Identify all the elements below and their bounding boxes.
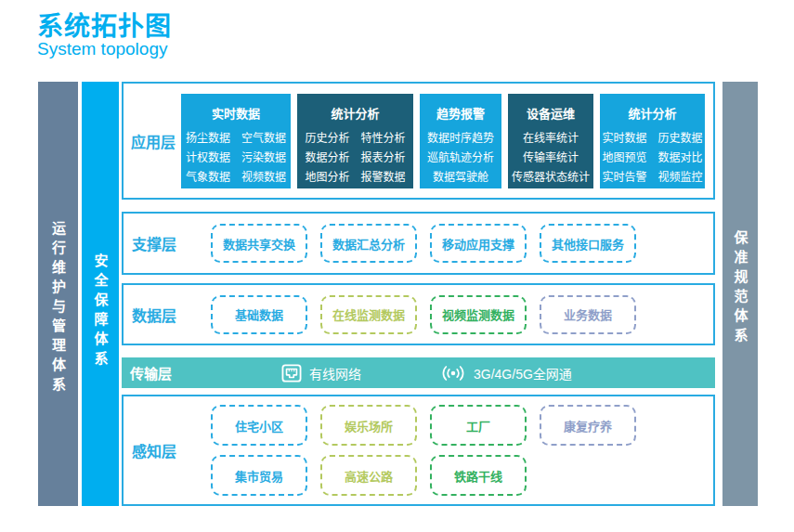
app-column-item: 历史数据 [658, 129, 703, 149]
app-column-rows: 历史分析特性分析数据分析报表分析地图分析报警数据 [297, 129, 413, 188]
app-column: 统计分析历史分析特性分析数据分析报表分析地图分析报警数据 [297, 94, 413, 188]
support-item: 其他接口服务 [540, 224, 636, 263]
side-bar-security: 安全保障体系 [82, 82, 119, 506]
app-column-row: 地图分析报警数据 [297, 168, 413, 188]
perception-layer-panel: 感知层 住宅小区娱乐场所工厂康复疗养集市贸易高速公路铁路干线 [122, 395, 715, 506]
app-column-item: 气象数据 [186, 168, 230, 188]
data-item-label: 视频监测数据 [442, 305, 514, 323]
app-column-item: 数据分析 [305, 149, 349, 168]
data-item: 在线监测数据 [320, 295, 417, 334]
app-column-rows: 实时数据历史数据地图预览数据对比实时告警视频监控 [600, 129, 705, 188]
support-item: 移动应用支撑 [430, 224, 527, 263]
perception-row: 住宅小区娱乐场所工厂康复疗养 [211, 405, 636, 446]
support-layer-label: 支撑层 [124, 232, 211, 254]
transport-layer-label: 传输层 [122, 363, 192, 383]
perception-item-label: 住宅小区 [235, 417, 283, 435]
data-items: 基础数据在线监测数据视频监测数据业务数据 [211, 295, 636, 334]
page-subtitle: System topology [37, 39, 167, 59]
perception-layer-label: 感知层 [124, 439, 211, 461]
support-item: 数据共享交换 [211, 224, 307, 263]
support-item: 数据汇总分析 [320, 224, 417, 263]
app-column-item: 实时告警 [602, 168, 646, 188]
data-item: 业务数据 [540, 295, 636, 334]
data-layer-panel: 数据层 基础数据在线监测数据视频监测数据业务数据 [122, 283, 715, 345]
app-column-item: 数据驾驶舱 [433, 168, 488, 188]
app-column-row: 历史分析特性分析 [297, 129, 413, 149]
app-column-row: 数据时序趋势 [420, 129, 501, 149]
transport-layer-bar: 传输层 有线网络3G/4G/5G全网通 [122, 357, 715, 388]
data-item-label: 基础数据 [235, 305, 283, 323]
support-item-label: 其他接口服务 [552, 235, 624, 253]
perception-item-label: 铁路干线 [454, 467, 502, 485]
side-bar-middle-label: 安全保障体系 [94, 82, 108, 506]
perception-item: 高速公路 [320, 455, 417, 496]
app-column-row: 实时告警视频监控 [600, 168, 705, 188]
app-column-item: 传输率统计 [523, 149, 579, 168]
support-layer-panel: 支撑层 数据共享交换数据汇总分析移动应用支撑其他接口服务 [122, 212, 715, 275]
support-item-label: 数据汇总分析 [332, 235, 405, 253]
app-column-item: 巡航轨迹分析 [427, 149, 494, 168]
perception-item: 集市贸易 [211, 455, 307, 496]
app-column-item: 传感器状态统计 [512, 168, 590, 188]
perception-item: 娱乐场所 [320, 405, 417, 446]
app-column-header: 设备运维 [508, 94, 593, 122]
app-column: 趋势报警数据时序趋势巡航轨迹分析数据驾驶舱 [420, 94, 501, 188]
app-column-item: 特性分析 [361, 129, 406, 149]
app-column-header: 统计分析 [297, 94, 413, 122]
app-column-item: 空气数据 [241, 129, 286, 149]
app-column-item: 报警数据 [361, 168, 406, 188]
app-column-item: 计权数据 [186, 149, 230, 168]
side-bar-right-label: 保准规范体系 [734, 82, 748, 506]
data-item-label: 在线监测数据 [332, 305, 405, 323]
perception-item-label: 集市贸易 [235, 467, 283, 485]
side-bar-operation-maintenance: 运行维护与管理体系 [38, 82, 78, 506]
app-column-row: 巡航轨迹分析 [420, 149, 501, 168]
app-column-rows: 数据时序趋势巡航轨迹分析数据驾驶舱 [420, 129, 501, 188]
app-column-row: 实时数据历史数据 [600, 129, 705, 149]
data-item-label: 业务数据 [564, 305, 612, 323]
perception-item: 康复疗养 [540, 405, 636, 446]
app-column-item: 在线率统计 [523, 129, 579, 149]
app-column-row: 气象数据视频数据 [181, 168, 291, 188]
app-column-row: 在线率统计 [508, 129, 593, 149]
app-column-item: 视频监控 [658, 168, 703, 188]
perception-item-label: 高速公路 [345, 467, 393, 485]
transport-network-item: 有线网络 [281, 364, 361, 383]
perception-item-label: 娱乐场所 [345, 417, 393, 435]
support-item-label: 数据共享交换 [223, 235, 295, 253]
app-column-header: 统计分析 [600, 94, 705, 122]
app-column-item: 污染数据 [241, 149, 286, 168]
app-column-row: 地图预览数据对比 [600, 149, 705, 168]
app-column: 设备运维在线率统计传输率统计传感器状态统计 [508, 94, 593, 188]
data-item: 视频监测数据 [430, 295, 527, 334]
side-bar-standards: 保准规范体系 [722, 82, 758, 506]
transport-network-label: 有线网络 [309, 364, 361, 383]
app-column-item: 实时数据 [602, 129, 646, 149]
app-column-row: 传输率统计 [508, 149, 593, 168]
application-layer-label: 应用层 [124, 130, 181, 152]
support-item-label: 移动应用支撑 [442, 235, 514, 253]
page-title: 系统拓扑图 [37, 6, 172, 43]
app-column-item: 扬尘数据 [186, 129, 230, 149]
app-column-row: 数据分析报表分析 [297, 149, 413, 168]
app-column-item: 数据对比 [658, 149, 703, 168]
app-column-rows: 在线率统计传输率统计传感器状态统计 [508, 129, 593, 188]
app-column-item: 历史分析 [305, 129, 349, 149]
side-bar-left-label: 运行维护与管理体系 [51, 82, 65, 506]
app-column-item: 地图预览 [602, 149, 646, 168]
data-layer-label: 数据层 [124, 304, 211, 326]
perception-item: 工厂 [430, 405, 527, 446]
app-column-item: 报表分析 [361, 149, 406, 168]
app-column-item: 数据时序趋势 [427, 129, 494, 149]
perception-item: 铁路干线 [430, 455, 527, 496]
app-column-row: 扬尘数据空气数据 [181, 129, 291, 149]
perception-item: 住宅小区 [211, 405, 307, 446]
app-column-header: 趋势报警 [420, 94, 501, 122]
app-column-row: 计权数据污染数据 [181, 149, 291, 168]
app-column-item: 地图分析 [305, 168, 349, 188]
ethernet-icon [281, 364, 302, 383]
app-column-row: 数据驾驶舱 [420, 168, 501, 188]
topology-diagram: 应用层 实时数据扬尘数据空气数据计权数据污染数据气象数据视频数据统计分析历史分析… [122, 82, 715, 506]
perception-item-label: 工厂 [466, 417, 490, 435]
app-column-header: 实时数据 [181, 94, 291, 122]
